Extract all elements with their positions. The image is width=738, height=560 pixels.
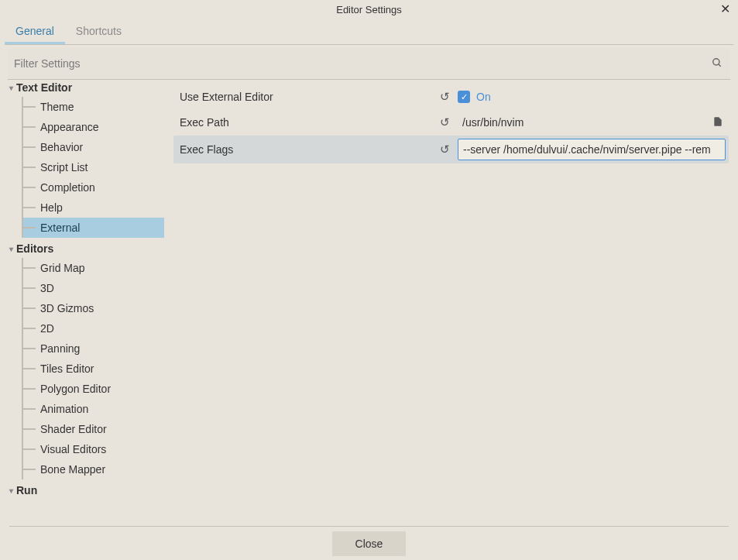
- exec-flags-input[interactable]: [458, 139, 726, 160]
- sidebar: ▾ Text Editor Theme Appearance Behavior …: [5, 80, 164, 526]
- chevron-down-icon: ▾: [9, 84, 13, 92]
- setting-label: Use External Editor: [177, 91, 436, 103]
- sidebar-item-behavior[interactable]: Behavior: [23, 137, 164, 157]
- titlebar: Editor Settings ✕: [0, 0, 738, 19]
- setting-use-external-editor: Use External Editor ↺ ✓ On: [173, 84, 729, 109]
- checkbox-use-external-editor[interactable]: ✓: [458, 91, 470, 103]
- sidebar-item-visual-editors[interactable]: Visual Editors: [23, 439, 164, 459]
- on-label: On: [476, 91, 491, 103]
- setting-exec-path: Exec Path ↺: [173, 109, 729, 136]
- svg-line-1: [719, 64, 721, 66]
- sidebar-item-3d[interactable]: 3D: [23, 278, 164, 298]
- sidebar-item-polygon-editor[interactable]: Polygon Editor: [23, 379, 164, 399]
- sidebar-item-completion[interactable]: Completion: [23, 177, 164, 198]
- sidebar-item-appearance[interactable]: Appearance: [23, 117, 164, 137]
- settings-panel: Use External Editor ↺ ✓ On Exec Path ↺: [164, 80, 733, 526]
- sidebar-item-help[interactable]: Help: [23, 198, 164, 218]
- sidebar-item-animation[interactable]: Animation: [23, 399, 164, 419]
- close-button[interactable]: Close: [332, 531, 407, 556]
- tab-shortcuts[interactable]: Shortcuts: [65, 19, 132, 44]
- chevron-down-icon: ▾: [9, 486, 13, 495]
- section-header-run[interactable]: ▾ Run: [5, 481, 164, 500]
- section-header-editors[interactable]: ▾ Editors: [5, 239, 164, 258]
- sidebar-item-theme[interactable]: Theme: [23, 97, 164, 117]
- sidebar-item-shader-editor[interactable]: Shader Editor: [23, 419, 164, 439]
- section-header-text-editor[interactable]: ▾ Text Editor: [5, 80, 164, 97]
- filter-row: [8, 48, 730, 80]
- sidebar-item-script-list[interactable]: Script List: [23, 157, 164, 177]
- file-browse-icon[interactable]: [710, 116, 726, 129]
- setting-label: Exec Path: [177, 116, 436, 129]
- tab-general[interactable]: General: [5, 19, 65, 44]
- setting-exec-flags: Exec Flags ↺: [173, 136, 729, 163]
- close-icon[interactable]: ✕: [720, 2, 730, 16]
- setting-label: Exec Flags: [177, 143, 436, 156]
- filter-input[interactable]: [8, 53, 704, 74]
- sidebar-item-tiles-editor[interactable]: Tiles Editor: [23, 359, 164, 379]
- reset-icon[interactable]: ↺: [436, 115, 453, 129]
- tab-bar: General Shortcuts: [5, 19, 733, 45]
- reset-icon[interactable]: ↺: [436, 90, 453, 104]
- chevron-down-icon: ▾: [9, 245, 13, 253]
- footer: Close: [5, 527, 733, 560]
- sidebar-item-grid-map[interactable]: Grid Map: [23, 258, 164, 278]
- sidebar-item-bone-mapper[interactable]: Bone Mapper: [23, 459, 164, 479]
- sidebar-item-panning[interactable]: Panning: [23, 338, 164, 359]
- reset-icon[interactable]: ↺: [436, 143, 453, 156]
- window-title: Editor Settings: [336, 4, 402, 15]
- exec-path-input[interactable]: [458, 112, 707, 132]
- sidebar-item-2d[interactable]: 2D: [23, 318, 164, 338]
- search-icon[interactable]: [704, 57, 730, 70]
- svg-point-0: [713, 58, 719, 64]
- sidebar-item-external[interactable]: External: [23, 218, 164, 238]
- sidebar-item-3d-gizmos[interactable]: 3D Gizmos: [23, 298, 164, 318]
